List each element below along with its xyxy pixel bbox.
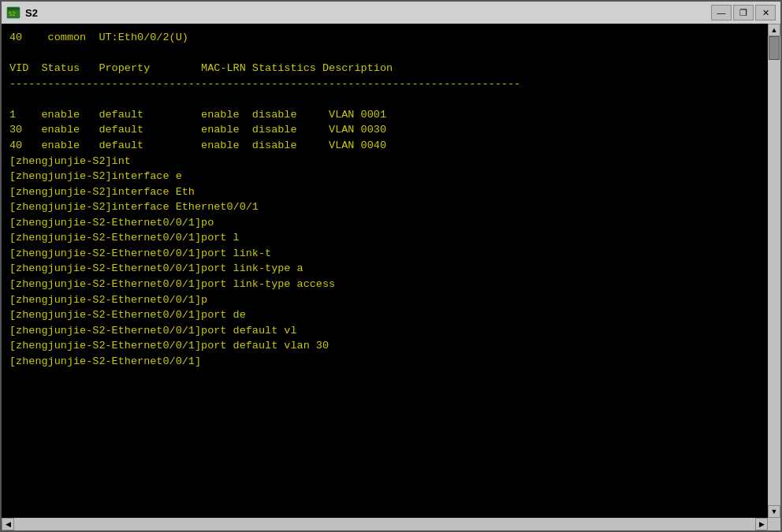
scroll-right-arrow[interactable]: ▶ — [755, 518, 768, 530]
svg-text:S2: S2 — [9, 11, 15, 17]
title-bar: S2 S2 — ❐ ✕ — [2, 2, 780, 24]
main-window: S2 S2 — ❐ ✕ 40 common UT:Eth0/0/2(U) VID… — [0, 0, 782, 532]
terminal-container: 40 common UT:Eth0/0/2(U) VID Status Prop… — [2, 24, 780, 518]
close-button[interactable]: ✕ — [755, 5, 776, 20]
terminal-icon: S2 — [6, 6, 20, 20]
scroll-thumb-v[interactable] — [769, 36, 780, 60]
window-title: S2 — [25, 7, 38, 19]
title-bar-left: S2 S2 — [6, 6, 38, 20]
title-bar-controls: — ❐ ✕ — [711, 5, 776, 20]
scroll-up-arrow[interactable]: ▲ — [768, 24, 780, 36]
scroll-track-v[interactable] — [768, 36, 780, 505]
terminal-output: 40 common UT:Eth0/0/2(U) VID Status Prop… — [9, 30, 760, 369]
scroll-track-h[interactable] — [14, 518, 755, 530]
minimize-button[interactable]: — — [711, 5, 732, 20]
scroll-down-arrow[interactable]: ▼ — [768, 505, 780, 518]
scroll-corner — [768, 518, 780, 530]
scroll-left-arrow[interactable]: ◀ — [2, 518, 14, 530]
svg-rect-1 — [8, 8, 19, 10]
terminal-scroll-area[interactable]: 40 common UT:Eth0/0/2(U) VID Status Prop… — [2, 24, 768, 518]
restore-button[interactable]: ❐ — [733, 5, 754, 20]
horizontal-scrollbar-container: ◀ ▶ — [2, 518, 780, 530]
vertical-scrollbar: ▲ ▼ — [768, 24, 780, 518]
